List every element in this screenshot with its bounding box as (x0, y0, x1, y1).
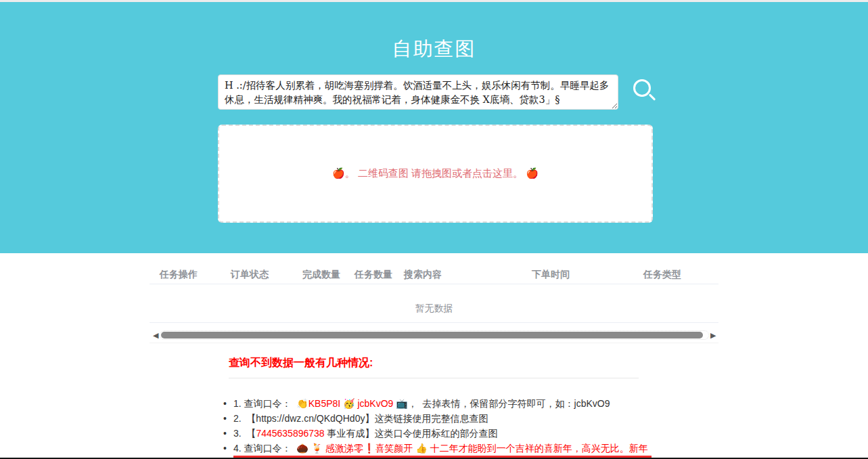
text-segment: 事业有成】这类口令使用标红的部分查图 (325, 428, 498, 439)
table-header-search-content: 搜索内容 (404, 269, 442, 281)
text-segment: KB5P8I (309, 398, 343, 409)
table-header-order-time: 下单时间 (532, 269, 570, 281)
table-header-task-count: 任务数量 (355, 269, 392, 281)
table-header-divider (150, 284, 718, 284)
text-segment: ， 去掉表情，保留部分字符即可，如：jcbKvO9 (408, 398, 610, 409)
emoji-icon: 🌰 (296, 443, 308, 454)
text-segment: jcbKvO9 (355, 398, 396, 409)
page-title: 自助查图 (0, 36, 868, 63)
qr-dropzone[interactable]: 🍎。 二维码查图 请拖拽图或者点击这里。 🍎 (218, 125, 653, 223)
search-button[interactable] (632, 78, 656, 104)
table-header-task-operation: 任务操作 (160, 269, 198, 281)
help-list: 1. 查询口令： 👏KB5P8I 🥳 jcbKvO9 📺， 去掉表情，保留部分字… (223, 399, 710, 458)
table-row-divider (150, 322, 718, 323)
table-empty-text: 暂无数据 (150, 303, 718, 315)
text-segment: 3. 【 (233, 428, 256, 439)
hero-section: 自助查图 H .:/招待客人别累着，胡吃海塞别撑着。饮酒适量不上头，娱乐休闲有节… (0, 0, 868, 253)
text-segment: 感激涕零❗喜笑颜开 (325, 443, 415, 454)
emoji-icon: 🍹 (311, 443, 323, 454)
text-segment: 十二年才能盼到一个吉祥的喜新年，高兴无比。新年 (428, 443, 648, 454)
help-divider (229, 378, 639, 378)
search-input[interactable]: H .:/招待客人别累着，胡吃海塞别撑着。饮酒适量不上头，娱乐休闲有节制。早睡早… (218, 74, 618, 110)
table-header-completed-count: 完成数量 (302, 269, 340, 281)
emoji-icon: 👏 (296, 398, 308, 409)
list-item: 2. 【https://dwz.cn/QKdQHd0y】这类链接使用完整信息查图 (223, 414, 710, 429)
text-segment: 1. 查询口令： (233, 398, 296, 409)
scrollbar-left-arrow-icon[interactable]: ◀ (153, 330, 158, 340)
dropzone-label: 🍎。 二维码查图 请拖拽图或者点击这里。 🍎 (332, 167, 539, 180)
table-header-order-status: 订单状态 (231, 269, 269, 281)
magnifier-handle-icon (649, 93, 656, 101)
scrollbar-right-arrow-icon[interactable]: ▶ (710, 330, 716, 340)
emoji-icon: 📺 (396, 398, 407, 409)
table-header-task-type: 任务类型 (643, 269, 681, 281)
text-segment: 7445635896738 (256, 428, 324, 439)
scrollbar-thumb[interactable] (161, 332, 703, 338)
table-bottom-divider (150, 343, 718, 343)
help-heading: 查询不到数据一般有几种情况: (229, 356, 373, 370)
text-segment: 2. 【https://dwz.cn/QKdQHd0y】这类链接使用完整信息查图 (233, 413, 488, 424)
list-item: 1. 查询口令： 👏KB5P8I 🥳 jcbKvO9 📺， 去掉表情，保留部分字… (223, 399, 710, 414)
text-segment: 4. 查询口令： (233, 443, 296, 454)
list-item: 3. 【7445635896738 事业有成】这类口令使用标红的部分查图 (223, 429, 710, 443)
emoji-icon: 👍 (415, 443, 427, 454)
emoji-icon: 🥳 (343, 398, 355, 409)
